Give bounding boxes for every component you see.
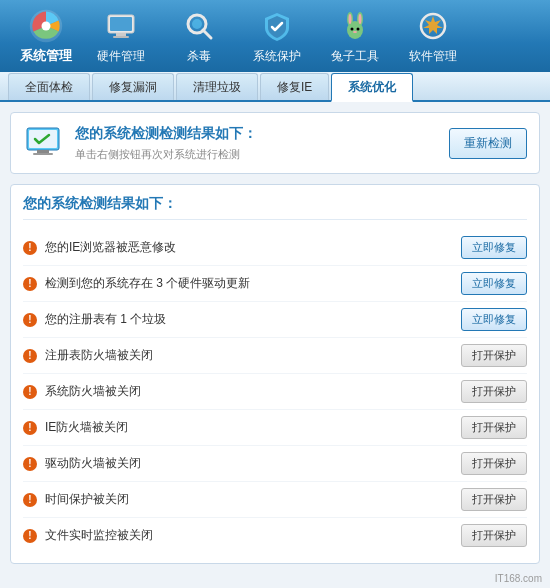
summary-text: 您的系统检测检测结果如下： 单击右侧按钮再次对系统进行检测: [75, 125, 257, 162]
logo-area: 系统管理: [10, 8, 82, 65]
result-row-6: ! 驱动防火墙被关闭 打开保护: [23, 446, 527, 482]
tab-optimize[interactable]: 系统优化: [331, 73, 413, 102]
svg-rect-3: [110, 17, 132, 31]
result-row-8: ! 文件实时监控被关闭 打开保护: [23, 518, 527, 553]
result-left-8: ! 文件实时监控被关闭: [23, 527, 461, 544]
result-text-2: 您的注册表有 1 个垃圾: [45, 311, 166, 328]
result-left-1: ! 检测到您的系统存在 3 个硬件驱动更新: [23, 275, 461, 292]
protect-icon: [259, 8, 295, 44]
tab-bar: 全面体检 修复漏洞 清理垃圾 修复IE 系统优化: [0, 72, 550, 102]
top-header: 系统管理 硬件管理 杀毒: [0, 0, 550, 72]
summary-subtitle: 单击右侧按钮再次对系统进行检测: [75, 147, 257, 162]
svg-rect-5: [113, 36, 129, 38]
result-row-5: ! IE防火墙被关闭 打开保护: [23, 410, 527, 446]
result-row-4: ! 系统防火墙被关闭 打开保护: [23, 374, 527, 410]
nav-item-kill[interactable]: 杀毒: [160, 3, 238, 70]
warning-icon-5: !: [23, 421, 37, 435]
action-btn-5[interactable]: 打开保护: [461, 416, 527, 439]
nav-item-protect-label: 系统保护: [253, 48, 301, 65]
results-title: 您的系统检测结果如下：: [23, 195, 527, 220]
warning-icon-0: !: [23, 241, 37, 255]
svg-line-7: [203, 30, 211, 38]
summary-left: 您的系统检测检测结果如下： 单击右侧按钮再次对系统进行检测: [23, 123, 257, 163]
hardware-icon: [103, 8, 139, 44]
tab-full-check[interactable]: 全面体检: [8, 73, 90, 100]
result-text-3: 注册表防火墙被关闭: [45, 347, 153, 364]
result-text-4: 系统防火墙被关闭: [45, 383, 141, 400]
result-text-8: 文件实时监控被关闭: [45, 527, 153, 544]
nav-item-hardware[interactable]: 硬件管理: [82, 3, 160, 70]
result-text-5: IE防火墙被关闭: [45, 419, 128, 436]
nav-item-rabbit[interactable]: 兔子工具: [316, 3, 394, 70]
monitor-icon: [23, 123, 63, 163]
warning-icon-8: !: [23, 529, 37, 543]
action-btn-1[interactable]: 立即修复: [461, 272, 527, 295]
action-btn-6[interactable]: 打开保护: [461, 452, 527, 475]
result-row-7: ! 时间保护被关闭 打开保护: [23, 482, 527, 518]
nav-item-kill-label: 杀毒: [187, 48, 211, 65]
result-text-7: 时间保护被关闭: [45, 491, 129, 508]
action-btn-0[interactable]: 立即修复: [461, 236, 527, 259]
warning-icon-7: !: [23, 493, 37, 507]
result-left-3: ! 注册表防火墙被关闭: [23, 347, 461, 364]
result-left-2: ! 您的注册表有 1 个垃圾: [23, 311, 461, 328]
action-btn-7[interactable]: 打开保护: [461, 488, 527, 511]
nav-item-protect[interactable]: 系统保护: [238, 3, 316, 70]
result-row-1: ! 检测到您的系统存在 3 个硬件驱动更新 立即修复: [23, 266, 527, 302]
result-left-7: ! 时间保护被关闭: [23, 491, 461, 508]
results-section: 您的系统检测结果如下： ! 您的IE浏览器被恶意修改 立即修复 ! 检测到您的系…: [10, 184, 540, 564]
result-left-0: ! 您的IE浏览器被恶意修改: [23, 239, 461, 256]
warning-icon-4: !: [23, 385, 37, 399]
warning-icon-1: !: [23, 277, 37, 291]
warning-icon-2: !: [23, 313, 37, 327]
svg-rect-21: [33, 153, 53, 155]
nav-item-rabbit-label: 兔子工具: [331, 48, 379, 65]
result-row: ! 您的IE浏览器被恶意修改 立即修复: [23, 230, 527, 266]
svg-point-8: [192, 19, 202, 29]
svg-point-15: [357, 27, 360, 30]
rabbit-icon: [337, 8, 373, 44]
warning-icon-3: !: [23, 349, 37, 363]
svg-point-12: [349, 14, 352, 24]
kill-icon: [181, 8, 217, 44]
summary-title: 您的系统检测检测结果如下：: [75, 125, 257, 143]
result-left-6: ! 驱动防火墙被关闭: [23, 455, 461, 472]
action-btn-2[interactable]: 立即修复: [461, 308, 527, 331]
watermark: IT168.com: [495, 573, 542, 584]
warning-icon-6: !: [23, 457, 37, 471]
svg-point-14: [351, 27, 354, 30]
result-text-0: 您的IE浏览器被恶意修改: [45, 239, 176, 256]
action-btn-4[interactable]: 打开保护: [461, 380, 527, 403]
logo-icon: [28, 8, 64, 44]
tab-repair-missing[interactable]: 修复漏洞: [92, 73, 174, 100]
action-btn-3[interactable]: 打开保护: [461, 344, 527, 367]
result-row-2: ! 您的注册表有 1 个垃圾 立即修复: [23, 302, 527, 338]
svg-point-13: [359, 14, 362, 24]
main-content: 您的系统检测检测结果如下： 单击右侧按钮再次对系统进行检测 重新检测 您的系统检…: [0, 102, 550, 588]
nav-item-hardware-label: 硬件管理: [97, 48, 145, 65]
recheck-button[interactable]: 重新检测: [449, 128, 527, 159]
svg-point-16: [353, 31, 357, 33]
svg-point-1: [42, 21, 51, 30]
software-icon: [415, 8, 451, 44]
tab-clean-junk[interactable]: 清理垃圾: [176, 73, 258, 100]
svg-rect-20: [37, 150, 49, 153]
result-row-3: ! 注册表防火墙被关闭 打开保护: [23, 338, 527, 374]
svg-rect-4: [116, 33, 126, 36]
result-text-6: 驱动防火墙被关闭: [45, 455, 141, 472]
logo-label: 系统管理: [20, 47, 72, 65]
result-left-5: ! IE防火墙被关闭: [23, 419, 461, 436]
nav-item-software[interactable]: 软件管理: [394, 3, 472, 70]
result-text-1: 检测到您的系统存在 3 个硬件驱动更新: [45, 275, 250, 292]
result-left-4: ! 系统防火墙被关闭: [23, 383, 461, 400]
summary-box: 您的系统检测检测结果如下： 单击右侧按钮再次对系统进行检测 重新检测: [10, 112, 540, 174]
action-btn-8[interactable]: 打开保护: [461, 524, 527, 547]
tab-repair-ie[interactable]: 修复IE: [260, 73, 329, 100]
nav-item-software-label: 软件管理: [409, 48, 457, 65]
